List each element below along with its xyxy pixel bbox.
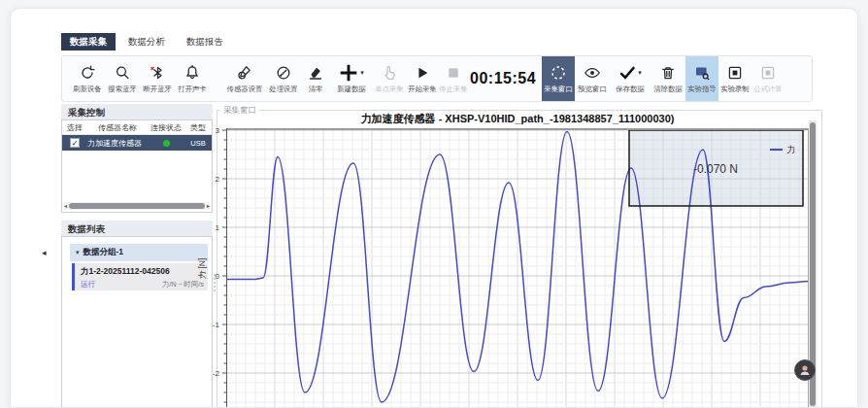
clear-data-label: 清除数据 xyxy=(653,84,682,93)
collect-window-button[interactable]: 采集窗口 xyxy=(542,56,575,101)
column-header-1: 传感器名称 xyxy=(87,122,148,133)
data-item-axes: 力/N－时间/s xyxy=(162,280,204,289)
plus-icon xyxy=(339,63,358,83)
status-dot xyxy=(163,140,170,147)
refresh-device-label: 刷新设备 xyxy=(73,84,101,93)
data-item[interactable]: 力1-2-20251112-042506 运行 力/N－时间/s ⋮ xyxy=(72,263,208,290)
app-window: 数据采集数据分析数据报告 刷新设备搜索蓝牙断开蓝牙打开声卡传感器设置处理设置清零… xyxy=(10,8,858,408)
y-axis-title: 力 [N] xyxy=(197,258,207,280)
guide-board-icon xyxy=(693,64,711,82)
cursor-value-annotation: -0.070 N xyxy=(693,162,738,176)
waveform-chart[interactable]: -0.070 N力3210-1-2力 [N] xyxy=(226,128,813,408)
experiment-record-button[interactable]: 实验录制 xyxy=(718,56,751,101)
search-icon xyxy=(114,64,131,82)
disconnect-bluetooth-button[interactable]: 断开蓝牙 xyxy=(140,56,175,101)
stop-collect-button[interactable]: 停止采集 xyxy=(437,56,470,101)
y-tick-label: -2 xyxy=(213,369,220,378)
process-settings-label: 处理设置 xyxy=(269,84,297,93)
save-data-button[interactable]: ▾保存数据 xyxy=(610,56,651,101)
sensor-settings-label: 传感器设置 xyxy=(227,84,263,93)
formula-calc-button[interactable]: 公式计算 xyxy=(751,56,785,101)
column-header-0: 选择 xyxy=(62,122,87,133)
sidebar-collapse-icon[interactable]: ◂ xyxy=(42,248,47,257)
record-square-icon xyxy=(726,64,744,82)
new-data-label: 新建数据 xyxy=(337,84,365,93)
sensor-table: 选择传感器名称连接状态类型 ✓力加速度传感器USB ◂ ▸ xyxy=(61,119,213,213)
trash-icon xyxy=(659,64,677,82)
new-data-button[interactable]: ▾新建数据 xyxy=(332,56,371,101)
formula-calc-label: 公式计算 xyxy=(753,84,782,93)
scroll-right-icon[interactable]: ▸ xyxy=(207,202,210,210)
save-data-label: 保存数据 xyxy=(616,84,644,93)
data-group-row[interactable]: ▾ 数据分组-1 xyxy=(70,244,208,261)
stop-icon xyxy=(447,66,460,80)
toolbar: 刷新设备搜索蓝牙断开蓝牙打开声卡传感器设置处理设置清零▾新建数据单点采集开始采集… xyxy=(61,55,813,102)
data-item-status: 运行 xyxy=(81,280,95,289)
sensor-name: 力加速度传感器 xyxy=(87,138,148,149)
scroll-left-icon[interactable]: ◂ xyxy=(64,202,67,210)
tab-2[interactable]: 数据报告 xyxy=(178,33,232,51)
sensor-table-header: 选择传感器名称连接状态类型 xyxy=(62,120,212,135)
sensor-row[interactable]: ✓力加速度传感器USB xyxy=(62,135,212,151)
column-header-3: 类型 xyxy=(184,122,212,133)
formula-square-icon xyxy=(759,64,777,82)
y-tick-label: 3 xyxy=(216,126,220,135)
eye-icon xyxy=(584,64,601,82)
start-collect-label: 开始采集 xyxy=(408,84,436,93)
preview-window-button[interactable]: 预览窗口 xyxy=(575,56,610,101)
tab-bar: 数据采集数据分析数据报告 xyxy=(61,33,232,51)
column-header-2: 连接状态 xyxy=(148,122,184,133)
collection-timer: 00:15:54 xyxy=(470,56,542,101)
zero-clear-button[interactable]: 清零 xyxy=(301,56,330,101)
y-tick-label: -1 xyxy=(213,321,220,329)
experiment-record-label: 实验录制 xyxy=(720,84,749,93)
tab-0[interactable]: 数据采集 xyxy=(61,33,116,51)
chevron-down-icon[interactable]: ▾ xyxy=(76,249,80,256)
play-icon xyxy=(415,65,430,81)
legend-label: 力 xyxy=(786,145,795,154)
open-soundcard-button[interactable]: 打开声卡 xyxy=(175,56,210,101)
eraser-icon xyxy=(307,64,324,82)
bluetooth-x-icon xyxy=(149,64,166,82)
chevron-down-icon[interactable]: ▾ xyxy=(360,69,364,77)
acquisition-control-header: 采集控制 xyxy=(61,104,213,120)
stop-collect-label: 停止采集 xyxy=(439,84,467,93)
single-point-button[interactable]: 单点采集 xyxy=(371,56,408,101)
disconnect-bluetooth-label: 断开蓝牙 xyxy=(143,84,171,93)
y-tick-label: 2 xyxy=(216,175,220,184)
search-bluetooth-button[interactable]: 搜索蓝牙 xyxy=(105,56,140,101)
chevron-down-icon[interactable]: ▾ xyxy=(638,69,642,77)
clear-data-button[interactable]: 清除数据 xyxy=(651,56,685,101)
search-bluetooth-label: 搜索蓝牙 xyxy=(108,84,136,93)
sensor-checkbox[interactable]: ✓ xyxy=(70,138,80,148)
bell-icon xyxy=(184,64,201,82)
gauge-icon xyxy=(275,64,292,82)
experiment-guide-button[interactable]: 实验指导 xyxy=(685,56,718,101)
refresh-device-button[interactable]: 刷新设备 xyxy=(70,56,105,101)
data-list: ▾ 数据分组-1 力1-2-20251112-042506 运行 力/N－时间/… xyxy=(61,236,213,408)
person-icon xyxy=(798,363,812,377)
sensor-pencil-icon xyxy=(236,64,253,82)
dashed-circle-icon xyxy=(550,64,567,82)
collect-window-label: 采集窗口 xyxy=(544,84,572,93)
hand-point-icon xyxy=(381,64,398,82)
preview-window-label: 预览窗口 xyxy=(578,84,606,93)
refresh-icon xyxy=(79,64,96,82)
y-tick-label: 0 xyxy=(216,272,220,281)
check-icon xyxy=(618,64,636,82)
y-tick-label: 1 xyxy=(216,223,220,232)
tab-1[interactable]: 数据分析 xyxy=(119,33,174,51)
single-point-label: 单点采集 xyxy=(375,84,403,93)
sensor-settings-button[interactable]: 传感器设置 xyxy=(223,56,266,101)
process-settings-button[interactable]: 处理设置 xyxy=(266,56,301,101)
start-collect-button[interactable]: 开始采集 xyxy=(408,56,437,101)
zero-clear-label: 清零 xyxy=(309,84,323,93)
sensor-type: USB xyxy=(184,139,212,148)
chart-title: 力加速度传感器 - XHSP-V10HID_path_-1981348857_1… xyxy=(226,112,809,126)
data-item-title: 力1-2-20251112-042506 xyxy=(81,266,204,278)
experiment-guide-label: 实验指导 xyxy=(687,84,716,93)
scrollbar-thumb[interactable] xyxy=(69,203,205,209)
data-group-label: 数据分组-1 xyxy=(83,247,124,258)
assistant-avatar-button[interactable] xyxy=(794,359,816,381)
horizontal-scrollbar[interactable]: ◂ ▸ xyxy=(64,202,210,210)
